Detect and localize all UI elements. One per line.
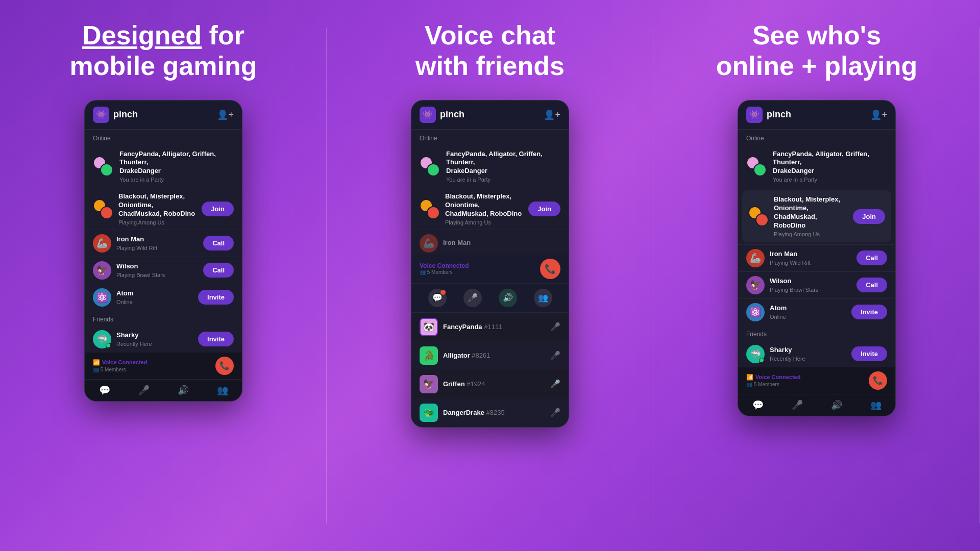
ironman-text-1: Iron Man Playing Wild Rift [116,235,198,251]
footer-mic-icon-1[interactable]: 🎤 [138,385,150,396]
vc-info-2: Voice Connected 👥 5 Members [420,262,469,275]
pinch-logo-2: 👾 pinch [420,107,464,123]
phone-header-1: 👾 pinch 👤+ [85,101,242,130]
online-label-2: Online [411,130,569,145]
vm-mic-drake: 🎤 [550,408,560,417]
atom-invite-btn-3[interactable]: Invite [851,305,887,319]
vm-mic-griffen: 🎤 [550,379,560,389]
sharky-item-1[interactable]: 🦈 Sharky Recently Here Invite [85,326,242,353]
group-avatars-3 [748,206,769,227]
group-names-2: Blackout, Misterplex, Oniontime,ChadMusk… [445,192,523,218]
avatar-gator-2 [427,163,440,177]
sharky-status-1: Recently Here [116,341,193,347]
footer-speaker-icon-1[interactable]: 🔊 [178,385,189,396]
atom-item-1[interactable]: ⚛️ Atom Online Invite [85,284,242,311]
group-item-1[interactable]: Blackout, Misterplex, Oniontime,ChadMusk… [85,188,242,230]
phone-header-3: 👾 pinch 👤+ [738,101,895,130]
footer-friends-icon-1[interactable]: 👥 [217,385,228,396]
ironman-call-btn-1[interactable]: Call [203,236,234,251]
ironman-item-1[interactable]: 🦾 Iron Man Playing Wild Rift Call [85,230,242,257]
wilson-text-1: Wilson Playing Brawl Stars [116,262,198,278]
sharky-text-1: Sharky Recently Here [116,331,193,347]
vm-griffen[interactable]: 🦅 Griffen #1924 🎤 [411,370,569,398]
end-call-btn-3[interactable]: 📞 [869,371,887,390]
voice-bar-3: 📶 Voice Connected 👥 5 Members 📞 [738,367,895,394]
add-friend-icon-3[interactable]: 👤+ [870,109,887,120]
vc-chat-icon[interactable]: 💬 [428,289,447,307]
group-avatars-2 [420,199,440,219]
end-call-btn-1[interactable]: 📞 [215,357,234,375]
wilson-call-btn-1[interactable]: Call [203,263,234,278]
vm-tag-griffen: #1924 [467,380,485,388]
ironman-avatar-3: 🦾 [746,249,765,267]
join-button-1[interactable]: Join [202,202,234,216]
atom-item-3[interactable]: ⚛️ Atom Online Invite [738,299,895,325]
friends-label-3: Friends [738,325,895,341]
group-item-2[interactable]: Blackout, Misterplex, Oniontime,ChadMusk… [411,188,569,230]
sharky-text-3: Sharky Recently Here [770,346,846,362]
vc-mic-icon[interactable]: 🎤 [463,289,482,307]
ironman-name-2: Iron Man [443,239,560,247]
footer-chat-icon-3[interactable]: 💬 [752,399,764,411]
sharky-avatar-1: 🦈 [93,330,111,348]
vm-name-panda: FancyPanda #1111 [443,323,545,331]
wilson-item-1[interactable]: 🦅 Wilson Playing Brawl Stars Call [85,257,242,284]
footer-friends-icon-3[interactable]: 👥 [870,399,881,411]
phone-header-2: 👾 pinch 👤+ [411,101,569,130]
sharky-status-3: Recently Here [770,356,846,362]
voice-connected-header-2: Voice Connected 👥 5 Members 📞 [411,255,569,284]
atom-invite-btn-1[interactable]: Invite [198,290,234,305]
group-item-3-highlighted[interactable]: Blackout, Misterplex, Oniontime,ChadMusk… [742,190,891,242]
party-item-1[interactable]: FancyPanda, Alligator, Griffen, Thunterr… [85,145,242,188]
vm-alligator[interactable]: 🐊 Alligator #8261 🎤 [411,341,569,370]
sharky-item-3[interactable]: 🦈 Sharky Recently Here Invite [738,341,895,367]
phone-body-3: Online FancyPanda, Alligator, Griffen, T… [738,130,895,416]
ironman-text-2: Iron Man [443,239,560,247]
voice-info-3: 📶 Voice Connected 👥 5 Members [746,374,800,387]
ironman-item-3[interactable]: 🦾 Iron Man Playing Wild Rift Call [738,245,895,271]
pinch-logo-1: 👾 pinch [93,107,138,123]
party-item-3[interactable]: FancyPanda, Alligator, Griffen, Thunterr… [738,145,895,188]
sharky-invite-btn-3[interactable]: Invite [851,346,887,361]
vm-fancypanda[interactable]: 🐼 FancyPanda #1111 🎤 [411,313,569,341]
wilson-item-3[interactable]: 🦅 Wilson Playing Brawl Stars Call [738,272,895,298]
ironman-call-btn-3[interactable]: Call [856,251,887,265]
phone-mockup-2: 👾 pinch 👤+ Online FancyPanda, Alligator,… [411,100,569,428]
end-call-btn-2[interactable]: 📞 [540,259,560,279]
add-friend-icon-1[interactable]: 👤+ [217,109,234,120]
party-names-1: FancyPanda, Alligator, Griffen, Thunterr… [119,150,234,176]
atom-name-3: Atom [770,304,846,313]
group-status-1: Playing Among Us [118,219,197,226]
footer-chat-icon-1[interactable]: 💬 [99,385,110,396]
add-friend-icon-2[interactable]: 👤+ [544,109,560,120]
atom-status-1: Online [116,299,193,305]
voice-controls-2: 💬 🎤 🔊 👥 [411,284,569,313]
ironman-status-3: Playing Wild Rift [770,260,851,266]
group-text-3: Blackout, Misterplex, Oniontime,ChadMusk… [774,195,848,237]
vm-tag-panda: #1111 [484,323,502,331]
sharky-invite-btn-1[interactable]: Invite [198,332,234,346]
wilson-avatar-3: 🦅 [746,276,765,294]
pinch-app-icon-2: 👾 [420,107,436,123]
join-button-3[interactable]: Join [853,209,885,224]
vm-dangerdrake[interactable]: 🐲 DangerDrake #8235 🎤 [411,398,569,427]
wilson-call-btn-3[interactable]: Call [856,278,887,292]
voice-members-count-3: 👥 5 Members [746,382,800,387]
footer-mic-icon-3[interactable]: 🎤 [792,399,803,411]
join-button-2[interactable]: Join [528,202,560,216]
party-item-2[interactable]: FancyPanda, Alligator, Griffen, Thunterr… [411,145,569,188]
vm-avatar-panda: 🐼 [420,318,438,336]
party-avatars-2 [420,156,440,177]
sharky-name-3: Sharky [770,346,846,355]
vm-mic-panda: 🎤 [550,322,560,332]
ironman-item-2-partial: 🦾 Iron Man [411,230,569,255]
vm-avatar-griffen: 🦅 [420,375,438,393]
ironman-avatar-2: 🦾 [420,234,438,253]
footer-speaker-icon-3[interactable]: 🔊 [831,399,842,411]
vc-members-icon[interactable]: 👥 [534,289,552,307]
group-text-1: Blackout, Misterplex, Oniontime,ChadMusk… [118,192,197,226]
vc-speaker-icon[interactable]: 🔊 [499,289,517,307]
party-text-3: FancyPanda, Alligator, Griffen, Thunterr… [773,150,887,183]
av-mist [100,206,113,219]
sharky-avatar-3: 🦈 [746,345,765,363]
